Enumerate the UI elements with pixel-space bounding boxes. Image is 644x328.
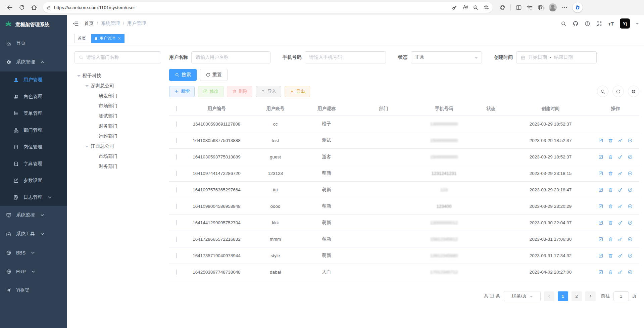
- row-trash-icon[interactable]: [608, 270, 613, 275]
- breadcrumb-item[interactable]: 首页: [84, 20, 94, 27]
- row-checkbox[interactable]: [176, 187, 177, 192]
- tree-node[interactable]: 研发部门: [75, 91, 161, 101]
- browser-refresh-button[interactable]: [17, 2, 27, 12]
- header-search-icon[interactable]: [561, 21, 566, 27]
- row-key-icon[interactable]: [618, 270, 623, 275]
- help-icon[interactable]: [585, 21, 590, 27]
- tree-node[interactable]: 财务部门: [75, 161, 161, 172]
- read-aloud-icon[interactable]: [462, 4, 468, 10]
- row-key-icon[interactable]: [618, 171, 623, 176]
- fullscreen-icon[interactable]: [596, 21, 602, 27]
- row-trash-icon[interactable]: [608, 204, 613, 209]
- goto-page-input[interactable]: 1: [613, 291, 629, 301]
- tree-node[interactable]: 市场部门: [75, 101, 161, 111]
- password-key-icon[interactable]: [452, 5, 457, 10]
- browser-home-button[interactable]: [29, 2, 39, 12]
- row-key-icon[interactable]: [618, 253, 623, 258]
- table-search-toggle-button[interactable]: [597, 86, 608, 97]
- table-refresh-button[interactable]: [612, 86, 624, 97]
- row-edit-icon[interactable]: [598, 171, 603, 176]
- favorites-icon[interactable]: [527, 4, 533, 11]
- tree-node[interactable]: 橙子科技: [75, 71, 161, 81]
- row-check-circle-icon[interactable]: [628, 138, 633, 143]
- tag-用户管理[interactable]: 用户管理: [91, 34, 125, 43]
- next-page-button[interactable]: [585, 291, 596, 301]
- sidebar-item-dict[interactable]: 字典管理: [0, 155, 67, 172]
- dept-search-input[interactable]: 请输入部门名称: [75, 51, 161, 63]
- row-checkbox[interactable]: [176, 253, 177, 258]
- sidebar-item-bbs[interactable]: BBS: [0, 243, 67, 262]
- row-key-icon[interactable]: [618, 187, 623, 192]
- row-trash-icon[interactable]: [608, 220, 613, 225]
- user-avatar-logo[interactable]: Yj: [620, 18, 630, 29]
- row-edit-icon[interactable]: [598, 270, 603, 275]
- sidebar-item-menu[interactable]: 菜单管理: [0, 105, 67, 122]
- sidebar-item-log[interactable]: 日志管理: [0, 189, 67, 206]
- sidebar-item-yi[interactable]: Yi框架: [0, 281, 67, 300]
- export-button[interactable]: 导出: [285, 86, 310, 97]
- row-edit-icon[interactable]: [598, 154, 603, 159]
- tree-node[interactable]: 测试部门: [75, 111, 161, 121]
- avatar-caret-down-icon[interactable]: [636, 23, 639, 26]
- row-key-icon[interactable]: [618, 220, 623, 225]
- sidebar-item-config[interactable]: 参数设置: [0, 172, 67, 189]
- breadcrumb-item[interactable]: 用户管理: [127, 20, 146, 27]
- sidebar-item-tool[interactable]: 系统工具: [0, 225, 67, 243]
- extensions-icon[interactable]: [499, 4, 506, 11]
- breadcrumb-item[interactable]: 系统管理: [101, 20, 120, 27]
- sidebar-item-dept[interactable]: 部门管理: [0, 122, 67, 139]
- page-size-select[interactable]: 10条/页: [504, 291, 541, 301]
- row-check-circle-icon[interactable]: [628, 187, 633, 192]
- row-key-icon[interactable]: [618, 138, 623, 143]
- sidebar-item-post[interactable]: 岗位管理: [0, 139, 67, 155]
- row-checkbox[interactable]: [176, 138, 177, 143]
- row-edit-icon[interactable]: [598, 204, 603, 209]
- row-trash-icon[interactable]: [608, 138, 613, 143]
- import-button[interactable]: 导入: [256, 86, 281, 97]
- date-range-picker[interactable]: 开始日期 - 结束日期: [516, 51, 597, 63]
- reset-button[interactable]: 重置: [200, 69, 228, 81]
- sidebar-item-home[interactable]: 首页: [0, 34, 67, 53]
- row-edit-icon[interactable]: [598, 220, 603, 225]
- row-edit-icon[interactable]: [598, 138, 603, 143]
- add-button[interactable]: 新增: [169, 86, 195, 97]
- tag-首页[interactable]: 首页: [75, 34, 89, 43]
- row-check-circle-icon[interactable]: [628, 220, 633, 225]
- row-check-circle-icon[interactable]: [628, 253, 633, 258]
- row-checkbox[interactable]: [176, 154, 177, 159]
- tree-node[interactable]: 市场部门: [75, 151, 161, 161]
- table-columns-button[interactable]: [628, 86, 639, 97]
- row-checkbox[interactable]: [176, 220, 177, 225]
- browser-profile-avatar[interactable]: [549, 3, 557, 11]
- page-button-1[interactable]: 1: [558, 291, 568, 301]
- row-key-icon[interactable]: [618, 237, 623, 242]
- username-input[interactable]: 请输入用户名称: [191, 51, 270, 63]
- tree-node[interactable]: 运维部门: [75, 131, 161, 141]
- split-screen-icon[interactable]: [515, 4, 522, 11]
- row-trash-icon[interactable]: [608, 154, 613, 159]
- sidebar-item-erp[interactable]: ERP: [0, 262, 67, 281]
- collections-icon[interactable]: [538, 4, 544, 11]
- row-key-icon[interactable]: [618, 154, 623, 159]
- row-check-circle-icon[interactable]: [628, 270, 633, 275]
- phone-input[interactable]: 请输入手机号码: [305, 51, 386, 63]
- tree-node[interactable]: 财务部门: [75, 121, 161, 131]
- row-trash-icon[interactable]: [608, 253, 613, 258]
- zoom-out-icon[interactable]: [473, 5, 479, 10]
- row-edit-icon[interactable]: [598, 253, 603, 258]
- row-edit-icon[interactable]: [598, 237, 603, 242]
- row-trash-icon[interactable]: [608, 187, 613, 192]
- row-check-circle-icon[interactable]: [628, 204, 633, 209]
- row-check-circle-icon[interactable]: [628, 171, 633, 176]
- sidebar-item-role[interactable]: 角色管理: [0, 88, 67, 105]
- tree-node[interactable]: 深圳总公司: [75, 81, 161, 91]
- delete-button[interactable]: 删除: [227, 86, 252, 97]
- row-check-circle-icon[interactable]: [628, 154, 633, 159]
- status-select[interactable]: 正常: [411, 51, 482, 63]
- more-menu-icon[interactable]: [561, 4, 568, 11]
- row-check-circle-icon[interactable]: [628, 237, 633, 242]
- sidebar-item-monitor[interactable]: 系统监控: [0, 206, 67, 225]
- row-checkbox[interactable]: [176, 122, 177, 127]
- add-favorite-icon[interactable]: [483, 4, 489, 10]
- tree-node[interactable]: 江西总公司: [75, 141, 161, 151]
